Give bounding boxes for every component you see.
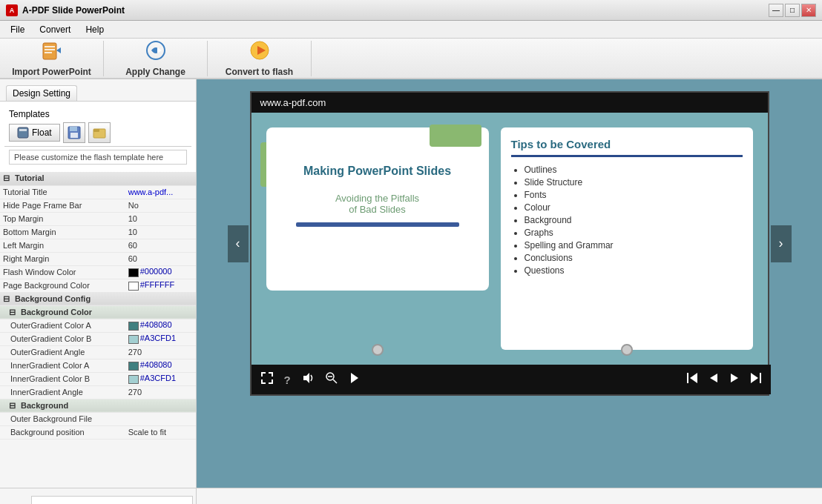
table-row[interactable]: InnerGradient Color B #A3CFD1 [0, 372, 196, 385]
float-template-button[interactable]: Float [9, 124, 60, 142]
table-row[interactable]: OuterGradient Angle 270 [0, 345, 196, 359]
slide-nav-left-button[interactable]: ‹ [228, 225, 249, 262]
prop-top-margin-label: Top Margin [0, 212, 125, 225]
table-row[interactable]: OuterGradient Color A #408080 [0, 319, 196, 332]
table-row[interactable]: OuterGradient Color B #A3CFD1 [0, 332, 196, 345]
play-button[interactable] [349, 372, 361, 387]
table-row[interactable]: Page Background Color #FFFFFF [0, 279, 196, 292]
prop-outer-angle-label: OuterGradient Angle [0, 345, 125, 359]
svg-rect-19 [272, 372, 273, 377]
prop-flash-window-color-value[interactable]: #000000 [125, 265, 196, 279]
slide-circle-left [372, 344, 384, 356]
list-item: Spelling and Grammar [525, 240, 743, 251]
templates-section: Templates Float [4, 106, 191, 147]
menu-convert[interactable]: Convert [32, 23, 78, 36]
import-icon [42, 40, 62, 64]
slide-circle-right [621, 344, 633, 356]
prop-outer-grad-a-value[interactable]: #408080 [125, 319, 196, 332]
prev-page-button[interactable] [708, 373, 719, 386]
load-template-button[interactable] [88, 122, 111, 143]
prop-tutorial-title-value[interactable]: www.a-pdf... [125, 185, 196, 199]
list-item: Fonts [525, 190, 743, 200]
menu-file[interactable]: File [3, 23, 32, 36]
slide-main-panel: Making PowerPoint Slides Avoiding the Pi… [266, 127, 489, 350]
svg-rect-1 [45, 46, 55, 47]
bg-color-section-header[interactable]: ⊟ Background Color [0, 305, 196, 319]
prop-inner-grad-b-value[interactable]: #A3CFD1 [125, 372, 196, 385]
background-section-header[interactable]: ⊟ Background [0, 399, 196, 412]
svg-rect-13 [70, 133, 78, 138]
prop-top-margin-value[interactable]: 10 [125, 212, 196, 225]
list-item: Background [525, 215, 743, 225]
menu-help[interactable]: Help [78, 23, 111, 36]
prop-left-margin-value[interactable]: 60 [125, 239, 196, 252]
prop-bottom-margin-value[interactable]: 10 [125, 225, 196, 239]
apply-change-button[interactable]: Apply Change [104, 41, 208, 76]
table-row[interactable]: InnerGradient Color A #408080 [0, 359, 196, 372]
float-label: Float [32, 127, 52, 138]
help-button[interactable]: ? [284, 374, 291, 386]
tutorial-section-header[interactable]: ⊟ Tutorial [0, 172, 196, 185]
table-row[interactable]: Top Margin 10 [0, 212, 196, 225]
maximize-button[interactable]: □ [785, 4, 800, 17]
bottom-left-panel [0, 488, 197, 504]
table-row[interactable]: Outer Background File [0, 412, 196, 425]
import-powerpoint-button[interactable]: Import PowerPoint [0, 41, 104, 76]
slide-tips-divider [511, 155, 743, 157]
app-icon: A [6, 4, 18, 16]
svg-rect-17 [261, 372, 263, 377]
prop-left-margin-label: Left Margin [0, 239, 125, 252]
bg-config-section-label: Background Config [15, 294, 91, 303]
bg-color-section-label: Background Color [21, 308, 92, 316]
design-setting-tab[interactable]: Design Setting [6, 85, 77, 101]
prop-outer-grad-a-label: OuterGradient Color A [0, 319, 125, 332]
table-row[interactable]: Flash Window Color #000000 [0, 265, 196, 279]
slide-subtitle-line2: of Bad Slides [349, 204, 406, 215]
minimize-button[interactable]: — [769, 4, 783, 17]
prop-outer-grad-b-value[interactable]: #A3CFD1 [125, 332, 196, 345]
prop-outer-angle-value[interactable]: 270 [125, 345, 196, 359]
prop-page-bg-color-label: Page Background Color [0, 279, 125, 292]
window-controls: — □ ✕ [769, 4, 816, 17]
svg-rect-15 [93, 129, 99, 132]
slide-tips-panel: Tips to be Covered Outlines Slide Struct… [501, 127, 753, 350]
list-item: Colour [525, 202, 743, 213]
table-row[interactable]: InnerGradient Angle 270 [0, 385, 196, 399]
prop-page-bg-color-value[interactable]: #FFFFFF [125, 279, 196, 292]
convert-to-flash-button[interactable]: Convert to flash [208, 41, 312, 76]
table-row[interactable]: Hide Page Frame Bar No [0, 199, 196, 212]
prop-inner-angle-value[interactable]: 270 [125, 385, 196, 399]
prop-outer-bg-file-value[interactable] [125, 412, 196, 425]
close-button[interactable]: ✕ [801, 4, 816, 17]
control-right-group [686, 372, 762, 387]
import-button-label: Import PowerPoint [12, 67, 91, 77]
slide-url-text: www.a-pdf.com [260, 97, 326, 108]
svg-rect-23 [272, 379, 273, 384]
prop-right-margin-value[interactable]: 60 [125, 252, 196, 265]
main-layout: Design Setting Templates Float [0, 79, 822, 488]
convert-icon [249, 40, 270, 64]
zoom-button[interactable] [325, 371, 338, 388]
prop-inner-grad-a-value[interactable]: #408080 [125, 359, 196, 372]
table-row[interactable]: Left Margin 60 [0, 239, 196, 252]
prop-hide-frame-label: Hide Page Frame Bar [0, 199, 125, 212]
volume-button[interactable] [301, 371, 315, 388]
slide-nav-right-button[interactable]: › [771, 225, 792, 262]
bg-config-section-header[interactable]: ⊟ Background Config [0, 292, 196, 305]
prop-bg-position-value[interactable]: Scale to fit [125, 425, 196, 439]
prop-bg-position-label: Background position [0, 425, 125, 439]
table-row[interactable]: Tutorial Title www.a-pdf... [0, 185, 196, 199]
svg-rect-12 [70, 127, 77, 131]
save-template-button[interactable] [63, 122, 85, 143]
last-page-button[interactable] [750, 372, 762, 387]
table-row[interactable]: Background position Scale to fit [0, 425, 196, 439]
next-page-button[interactable] [729, 373, 740, 386]
first-page-button[interactable] [686, 372, 698, 387]
table-row[interactable]: Right Margin 60 [0, 252, 196, 265]
bottom-right-panel [197, 488, 822, 504]
slide-subtitle-line1: Avoiding the Pitfalls [335, 193, 419, 204]
fullscreen-button[interactable] [260, 371, 274, 388]
prop-hide-frame-value[interactable]: No [125, 199, 196, 212]
thumbnail-text-area [31, 496, 193, 505]
table-row[interactable]: Bottom Margin 10 [0, 225, 196, 239]
